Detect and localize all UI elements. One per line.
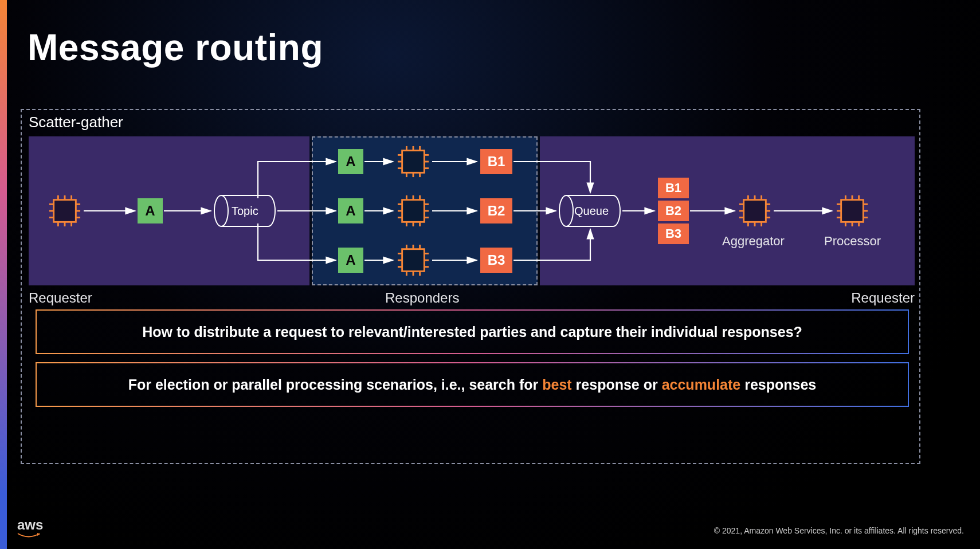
- label-requester: Requester: [29, 290, 92, 306]
- topic-label: Topic: [232, 205, 258, 218]
- svg-rect-54: [744, 200, 766, 222]
- chip-requester: [48, 194, 81, 228]
- slide: Message routing Scatter-gather Requester…: [0, 0, 980, 549]
- scatter-gather-box: Scatter-gather Requester Responders Requ…: [21, 109, 920, 464]
- msg-b2: B2: [480, 198, 512, 223]
- accent-bar: [0, 0, 7, 549]
- chip-aggregator: [738, 194, 771, 228]
- msg-a-initial: A: [138, 198, 163, 223]
- label-requester-right: Requester: [851, 290, 915, 306]
- svg-rect-27: [402, 200, 425, 222]
- scatter-gather-label: Scatter-gather: [29, 113, 123, 131]
- chip-responder-1: [397, 145, 430, 178]
- svg-rect-14: [402, 151, 425, 173]
- msg-stack-b3: B3: [658, 223, 689, 244]
- pill-scenarios-text: For election or parallel processing scen…: [128, 377, 816, 393]
- slide-title: Message routing: [28, 26, 323, 69]
- label-aggregator: Aggregator: [722, 234, 785, 249]
- aws-logo: aws: [17, 517, 43, 539]
- svg-point-13: [214, 195, 228, 226]
- msg-b3: B3: [480, 248, 512, 273]
- svg-rect-67: [841, 200, 864, 222]
- label-processor: Processor: [824, 234, 881, 249]
- queue-cylinder: Queue: [558, 194, 621, 228]
- chip-responder-3: [397, 244, 430, 277]
- label-responders: Responders: [385, 290, 459, 306]
- copyright: © 2021, Amazon Web Services, Inc. or its…: [714, 526, 964, 535]
- msg-stack-b1: B1: [658, 178, 689, 198]
- svg-rect-40: [402, 249, 425, 272]
- msg-a-row3: A: [338, 248, 363, 273]
- queue-label: Queue: [574, 205, 609, 218]
- pill-scenarios: For election or parallel processing scen…: [36, 362, 909, 407]
- msg-b1: B1: [480, 149, 512, 174]
- diagram: Requester Responders Requester A Topic A…: [29, 136, 915, 285]
- msg-a-row1: A: [338, 149, 363, 174]
- topic-cylinder: Topic: [213, 194, 276, 228]
- svg-rect-0: [54, 200, 76, 222]
- chip-responder-2: [397, 194, 430, 228]
- msg-a-row2: A: [338, 198, 363, 223]
- pill-question-text: How to distribute a request to relevant/…: [142, 324, 802, 340]
- svg-point-53: [559, 195, 573, 226]
- chip-processor: [836, 194, 869, 228]
- pill-question: How to distribute a request to relevant/…: [36, 309, 909, 354]
- msg-stack-b2: B2: [658, 201, 689, 221]
